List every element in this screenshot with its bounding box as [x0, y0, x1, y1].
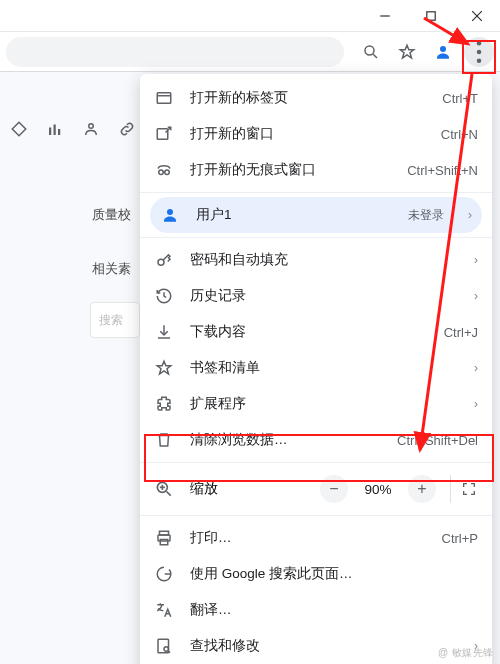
bookmark-star-icon[interactable]	[392, 37, 422, 67]
key-icon	[154, 250, 174, 270]
menu-new-window[interactable]: 打开新的窗口 Ctrl+N	[140, 116, 492, 152]
menu-new-tab[interactable]: 打开新的标签页 Ctrl+T	[140, 80, 492, 116]
chevron-right-icon: ›	[466, 253, 478, 267]
menu-zoom-label: 缩放	[190, 480, 304, 498]
menu-incognito-shortcut: Ctrl+Shift+N	[407, 163, 478, 178]
menu-bookmarks-label: 书签和清单	[190, 359, 450, 377]
menu-new-window-label: 打开新的窗口	[190, 125, 425, 143]
menu-downloads-shortcut: Ctrl+J	[444, 325, 478, 340]
svg-rect-16	[157, 93, 171, 104]
menu-user-status: 未登录	[408, 207, 444, 224]
menu-passwords-label: 密码和自动填充	[190, 251, 450, 269]
profile-avatar-icon[interactable]	[428, 37, 458, 67]
menu-downloads[interactable]: 下载内容 Ctrl+J	[140, 314, 492, 350]
bookmark-icon	[154, 358, 174, 378]
svg-point-9	[477, 49, 482, 54]
svg-rect-18	[157, 129, 168, 140]
svg-rect-1	[427, 11, 435, 19]
menu-new-tab-shortcut: Ctrl+T	[442, 91, 478, 106]
menu-bookmarks[interactable]: 书签和清单 ›	[140, 350, 492, 386]
page-search-placeholder: 搜索	[99, 312, 123, 329]
svg-rect-13	[54, 125, 56, 136]
page-toolbar-icons	[10, 120, 136, 138]
menu-print[interactable]: 打印… Ctrl+P	[140, 520, 492, 556]
menu-separator	[140, 192, 492, 193]
menu-separator	[140, 515, 492, 516]
menu-google-search-label: 使用 Google 搜索此页面…	[190, 565, 478, 583]
omnibox[interactable]	[6, 37, 344, 67]
main-menu-button[interactable]	[464, 37, 494, 67]
menu-incognito[interactable]: 打开新的无痕式窗口 Ctrl+Shift+N	[140, 152, 492, 188]
find-icon	[154, 636, 174, 656]
extensions-icon	[154, 394, 174, 414]
menu-print-label: 打印…	[190, 529, 426, 547]
menu-new-window-shortcut: Ctrl+N	[441, 127, 478, 142]
window-close-button[interactable]	[454, 0, 500, 32]
menu-translate[interactable]: 翻译…	[140, 592, 492, 628]
chevron-right-icon: ›	[466, 397, 478, 411]
print-icon	[154, 528, 174, 548]
svg-line-29	[167, 492, 171, 496]
zoom-indicator-icon[interactable]	[356, 37, 386, 67]
menu-extensions[interactable]: 扩展程序 ›	[140, 386, 492, 422]
new-tab-icon	[154, 88, 174, 108]
fullscreen-button[interactable]	[450, 475, 478, 503]
menu-user[interactable]: 用户1 未登录 ›	[150, 197, 482, 233]
svg-point-21	[165, 170, 170, 175]
menu-history[interactable]: 历史记录 ›	[140, 278, 492, 314]
zoom-out-button[interactable]: −	[320, 475, 348, 503]
menu-user-label: 用户1	[196, 206, 392, 224]
svg-rect-14	[58, 129, 60, 135]
chrome-main-menu: 打开新的标签页 Ctrl+T 打开新的窗口 Ctrl+N 打开新的无痕式窗口 C…	[140, 74, 492, 664]
page-label-2: 相关素	[92, 260, 131, 278]
history-icon	[154, 286, 174, 306]
menu-google-search[interactable]: 使用 Google 搜索此页面…	[140, 556, 492, 592]
svg-marker-6	[400, 45, 414, 58]
menu-extensions-label: 扩展程序	[190, 395, 450, 413]
new-window-icon	[154, 124, 174, 144]
translate-icon	[154, 600, 174, 620]
svg-point-4	[365, 46, 374, 55]
svg-point-8	[477, 41, 482, 46]
user-icon	[160, 205, 180, 225]
menu-zoom-row: 缩放 − 90% +	[140, 467, 492, 511]
chevron-right-icon: ›	[460, 208, 472, 222]
incognito-icon	[154, 160, 174, 180]
svg-marker-27	[157, 361, 171, 374]
window-titlebar	[0, 0, 500, 32]
window-maximize-button[interactable]	[408, 0, 454, 32]
person-icon	[82, 120, 100, 138]
menu-separator	[140, 462, 492, 463]
menu-find-label: 查找和修改	[190, 637, 450, 655]
chevron-right-icon: ›	[466, 361, 478, 375]
diamond-icon	[10, 120, 28, 138]
chevron-right-icon: ›	[466, 289, 478, 303]
link-icon	[118, 120, 136, 138]
menu-separator	[140, 237, 492, 238]
zoom-icon	[154, 479, 174, 499]
menu-clear-data-shortcut: Ctrl+Shift+Del	[397, 433, 478, 448]
svg-point-15	[89, 124, 94, 129]
svg-point-24	[158, 259, 164, 265]
svg-point-10	[477, 58, 482, 63]
menu-history-label: 历史记录	[190, 287, 450, 305]
menu-passwords[interactable]: 密码和自动填充 ›	[140, 242, 492, 278]
menu-incognito-label: 打开新的无痕式窗口	[190, 161, 391, 179]
svg-marker-11	[12, 122, 26, 136]
page-search-box[interactable]: 搜索	[90, 302, 140, 338]
svg-point-20	[159, 170, 164, 175]
watermark: @ 敏媒先锋	[438, 646, 494, 660]
zoom-value: 90%	[358, 482, 398, 497]
svg-rect-12	[49, 128, 51, 136]
menu-clear-data[interactable]: 清除浏览数据… Ctrl+Shift+Del	[140, 422, 492, 458]
menu-clear-data-label: 清除浏览数据…	[190, 431, 381, 449]
svg-point-23	[167, 209, 173, 215]
page-label-1: 质量校	[92, 206, 131, 224]
zoom-in-button[interactable]: +	[408, 475, 436, 503]
svg-line-5	[373, 54, 377, 58]
window-minimize-button[interactable]	[362, 0, 408, 32]
menu-print-shortcut: Ctrl+P	[442, 531, 478, 546]
download-icon	[154, 322, 174, 342]
menu-new-tab-label: 打开新的标签页	[190, 89, 426, 107]
menu-downloads-label: 下载内容	[190, 323, 428, 341]
